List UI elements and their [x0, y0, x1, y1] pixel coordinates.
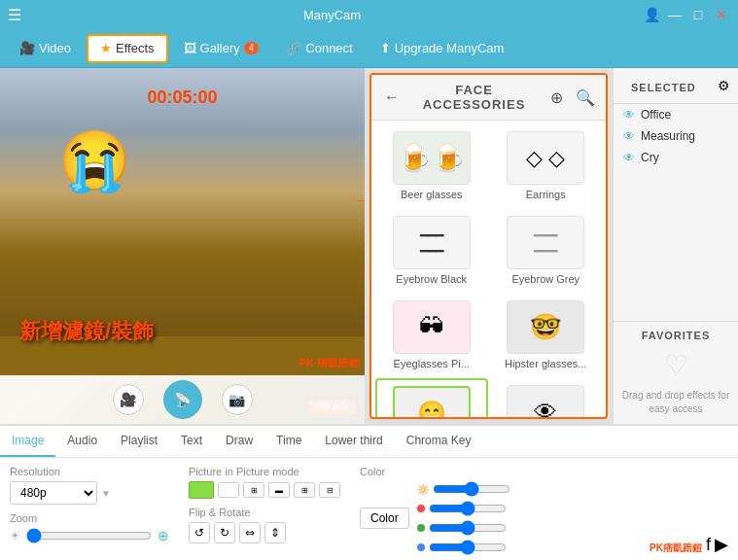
- tab-text[interactable]: Text: [169, 426, 214, 457]
- item8-thumb: 👁: [507, 385, 584, 417]
- tab-draw[interactable]: Draw: [214, 426, 264, 457]
- flip-h-button[interactable]: ⇔: [239, 522, 261, 543]
- blue-dot: [417, 543, 425, 551]
- tab-chroma-key[interactable]: Chroma Key: [395, 426, 483, 457]
- selected-settings-button[interactable]: ⚙: [718, 78, 730, 93]
- red-slider[interactable]: [429, 501, 507, 516]
- video-overlay-text: 新增濾鏡/裝飾: [19, 317, 154, 346]
- user-button[interactable]: 👤: [643, 6, 660, 23]
- zoom-slider[interactable]: [26, 528, 152, 543]
- accessory-eyeglasses[interactable]: 🕶 Eyeglasses Pi...: [375, 294, 488, 376]
- menu-icon[interactable]: ☰: [8, 6, 21, 24]
- flip-label: Flip & Rotate: [189, 507, 340, 518]
- item7-thumb: 😁: [393, 386, 471, 417]
- broadcast-button[interactable]: 📡: [163, 380, 202, 419]
- tab-lower-third[interactable]: Lower third: [313, 426, 394, 457]
- tab-audio[interactable]: Audio: [55, 426, 109, 457]
- accessory-hipster-glasses[interactable]: 🤓 Hipster glasses...: [490, 294, 603, 376]
- gallery-icon: 🖼: [184, 41, 196, 55]
- pip-grid-button[interactable]: ⊞: [294, 482, 315, 498]
- effects-icon: ★: [100, 41, 112, 55]
- pip-options: ⊞ ▬ ⊞ ⊟: [189, 481, 340, 499]
- title-bar-left: ☰: [8, 6, 21, 24]
- tab-image[interactable]: Image: [0, 426, 55, 457]
- eyeglasses-label: Eyeglasses Pi...: [394, 358, 470, 369]
- panel-title: FACE ACCESSORIES: [410, 83, 538, 112]
- favorites-section: FAVORITES ♡ Drag and drop effects for ea…: [614, 321, 738, 424]
- nav-effects[interactable]: ★ Effects: [87, 34, 168, 63]
- accessories-grid: 🍺🍺 Beer glasses ◇ ◇ Earrings ━━━━━━ Eyeb…: [371, 121, 606, 417]
- accessory-eyebrow-grey[interactable]: ━━━━━━ Eyebrow Grey: [490, 209, 603, 292]
- tabs-row: Image Audio Playlist Text Draw Time Lowe…: [0, 426, 738, 458]
- social-icons: PK痞凱踣鎧 f ▶: [650, 466, 728, 555]
- video-preview: 00:05:00 😭 新增濾鏡/裝飾 → ON AIR PK 痞凱踣鎧 🎥 📡 …: [0, 68, 365, 424]
- green-dot: [417, 524, 425, 532]
- search-button[interactable]: 🔍: [575, 87, 596, 108]
- back-button[interactable]: ←: [381, 87, 403, 108]
- zoom-slider-row: ☀ ⊕: [10, 528, 169, 543]
- sidebar-item-cry[interactable]: 👁 Cry: [614, 147, 738, 168]
- beer-glasses-label: Beer glasses: [401, 189, 463, 200]
- flip-right-button[interactable]: ↻: [214, 522, 235, 543]
- zoom-minus-icon[interactable]: ☀: [10, 529, 20, 542]
- favorites-title: FAVORITES: [642, 330, 711, 341]
- tab-playlist[interactable]: Playlist: [109, 426, 169, 457]
- tab-content: Resolution 480p 720p 1080p ▼ Zoom ☀ ⊕ Pi…: [0, 458, 738, 560]
- color-label: Color: [360, 466, 515, 477]
- accessory-eyebrow-black[interactable]: ━━━━━━ Eyebrow Black: [375, 209, 488, 292]
- sidebar-item-office[interactable]: 👁 Office: [614, 104, 738, 125]
- resolution-label: Resolution: [10, 466, 169, 477]
- color-button[interactable]: Color: [360, 508, 409, 529]
- resolution-col: Resolution 480p 720p 1080p ▼ Zoom ☀ ⊕: [10, 466, 169, 555]
- camera-button[interactable]: 🎥: [113, 384, 144, 415]
- zoom-plus-icon[interactable]: ⊕: [158, 528, 169, 543]
- flip-v-button[interactable]: ⇕: [264, 522, 286, 543]
- hipster-glasses-thumb: 🤓: [507, 300, 584, 354]
- minimize-button[interactable]: —: [666, 6, 684, 23]
- green-slider[interactable]: [429, 520, 507, 536]
- pip-grid2-button[interactable]: ⊟: [319, 482, 340, 498]
- eye-icon-office: 👁: [623, 108, 635, 122]
- resolution-select[interactable]: 480p 720p 1080p: [10, 481, 97, 505]
- screenshot-button[interactable]: 📷: [222, 384, 253, 415]
- color-col: Color Color 🔆: [360, 466, 515, 555]
- maximize-button[interactable]: □: [689, 6, 707, 23]
- pip-half-button[interactable]: [218, 482, 239, 498]
- tab-time[interactable]: Time: [264, 426, 313, 457]
- crying-emoji: 😭: [58, 126, 131, 195]
- close-button[interactable]: ✕: [713, 6, 730, 23]
- pip-strip-button[interactable]: ▬: [268, 482, 290, 498]
- dropdown-chevron: ▼: [101, 488, 111, 499]
- video-controls: 🎥 📡 📷: [0, 375, 365, 424]
- bottom-panel: Image Audio Playlist Text Draw Time Lowe…: [0, 424, 738, 560]
- pip-quad-button[interactable]: ⊞: [243, 482, 264, 498]
- nav-connect[interactable]: 🔗 Connect: [274, 34, 364, 63]
- earrings-thumb: ◇ ◇: [507, 131, 584, 185]
- red-dot: [417, 505, 425, 512]
- face-accessories-panel: ← FACE ACCESSORIES ⊕ 🔍 🍺🍺 Beer glasses ◇…: [369, 73, 608, 419]
- blue-slider[interactable]: [429, 540, 507, 555]
- accessory-earrings[interactable]: ◇ ◇ Earrings: [490, 124, 603, 207]
- eyebrow-black-thumb: ━━━━━━: [393, 216, 471, 269]
- add-effect-button[interactable]: ⊕: [545, 87, 567, 108]
- pip-full-button[interactable]: [189, 481, 214, 499]
- favorites-hint: Drag and drop effects for easy access: [621, 389, 730, 416]
- flip-left-button[interactable]: ↺: [189, 522, 210, 543]
- nav-gallery[interactable]: 🖼 Gallery 4: [172, 34, 271, 63]
- arrow-indicator: →: [352, 185, 365, 216]
- brightness-slider[interactable]: [433, 481, 510, 497]
- hipster-glasses-label: Hipster glasses...: [505, 358, 586, 369]
- gallery-badge: 4: [244, 42, 260, 54]
- eye-icon-cry: 👁: [623, 151, 635, 164]
- video-icon: 🎥: [19, 41, 35, 55]
- accessory-beer-glasses[interactable]: 🍺🍺 Beer glasses: [375, 124, 488, 207]
- nav-upgrade[interactable]: ⬆ Upgrade ManyCam: [369, 34, 516, 63]
- connect-icon: 🔗: [286, 41, 301, 55]
- flip-buttons: ↺ ↻ ⇔ ⇕: [189, 522, 340, 543]
- beer-glasses-thumb: 🍺🍺: [393, 131, 471, 185]
- accessory-item8[interactable]: 👁: [490, 378, 603, 417]
- sidebar-item-measuring[interactable]: 👁 Measuring: [614, 125, 738, 147]
- nav-video[interactable]: 🎥 Video: [8, 34, 83, 63]
- accessory-item7[interactable]: 😁: [375, 378, 488, 417]
- eyebrow-grey-label: Eyebrow Grey: [511, 273, 580, 285]
